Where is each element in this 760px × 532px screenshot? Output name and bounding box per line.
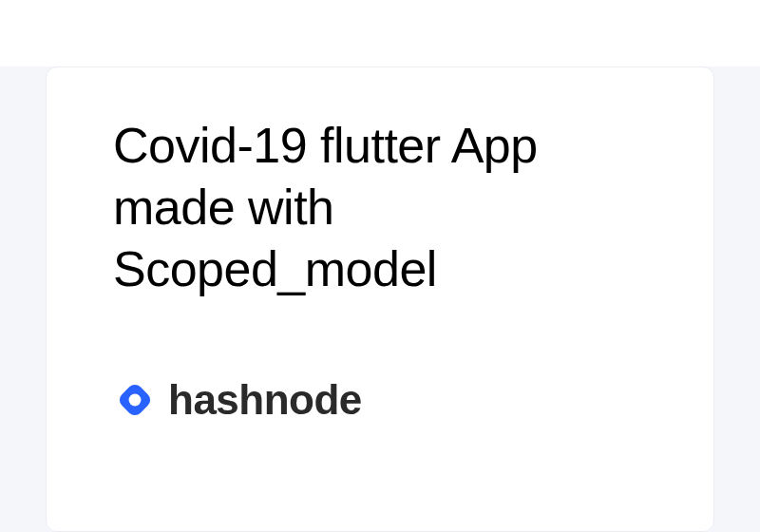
article-title: Covid-19 flutter App made with Scoped_mo… <box>113 115 647 300</box>
brand-row: hashnode <box>113 376 647 424</box>
top-spacer <box>0 0 760 66</box>
hashnode-icon <box>113 378 157 422</box>
article-card: Covid-19 flutter App made with Scoped_mo… <box>46 66 714 532</box>
svg-point-1 <box>129 394 142 407</box>
page-background: Covid-19 flutter App made with Scoped_mo… <box>0 0 760 532</box>
brand-name: hashnode <box>168 376 362 424</box>
